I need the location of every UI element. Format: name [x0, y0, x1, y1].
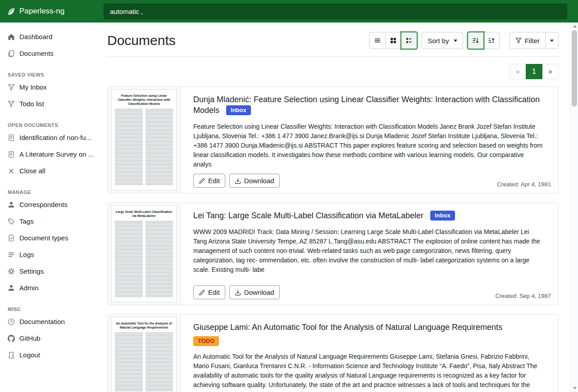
house-icon — [8, 33, 15, 41]
detail-view-button[interactable] — [401, 32, 417, 49]
download-button[interactable]: Download — [229, 285, 280, 299]
document-excerpt: WWW 2009 MADRID! Track: Data Mining / Se… — [193, 227, 551, 275]
document-card: An Automatic Tool for the Analysis of Na… — [107, 314, 559, 392]
document-thumbnail[interactable]: Feature Selection using Linear Classifie… — [108, 87, 181, 193]
main-content: Documents Sort by — [96, 23, 570, 392]
pencil-icon — [199, 178, 205, 184]
thumbnail-page-title: An Automatic Tool for the Analysis of Na… — [114, 321, 173, 329]
view-toggle-group — [369, 32, 417, 49]
filter-button[interactable]: Filter — [510, 32, 546, 49]
app-brand-link[interactable]: Paperless-ng — [0, 7, 96, 16]
sidebar-item-close-all[interactable]: Close all — [0, 162, 96, 179]
document-title: Dunja Mladenić: Feature Selection using … — [193, 94, 551, 116]
sidebar-section-saved-views: SAVED VIEWS — [8, 72, 88, 77]
door-icon — [8, 351, 15, 359]
sort-by-button[interactable]: Sort by — [422, 32, 463, 49]
sidebar: Dashboard Documents SAVED VIEWS My Inbox… — [0, 23, 96, 392]
header-divider — [107, 56, 559, 57]
thumbnail-text-lines — [114, 221, 173, 298]
detail-view-icon — [405, 37, 413, 44]
tag-badge[interactable]: Inbox — [430, 211, 455, 221]
sidebar-item-logs[interactable]: Logs — [0, 246, 96, 263]
document-actions: Edit Download — [193, 174, 280, 188]
sidebar-item-label: Dashboard — [19, 33, 52, 41]
sidebar-item-document-types[interactable]: Document types — [0, 230, 96, 246]
sort-ascending-icon — [488, 37, 495, 44]
document-title-link[interactable]: Giuseppe Lami: An Automatic Tool for the… — [193, 323, 502, 332]
download-button[interactable]: Download — [229, 174, 280, 188]
sidebar-item-label: Settings — [19, 267, 44, 275]
svg-text:?: ? — [10, 320, 12, 324]
funnel-icon — [515, 37, 522, 44]
edit-button[interactable]: Edit — [193, 285, 225, 299]
sidebar-section-misc: MISC — [8, 306, 88, 312]
scrollbar-down-arrow[interactable] — [571, 384, 578, 392]
document-card-footer: Edit Download Created: Sep 4, 1987 — [193, 281, 551, 299]
document-actions: Edit Download — [193, 285, 280, 299]
document-excerpt: Feature Selection using Linear Classifie… — [193, 122, 551, 169]
sidebar-item-documents[interactable]: Documents — [0, 45, 96, 62]
sidebar-item-my-inbox[interactable]: My Inbox — [0, 79, 96, 95]
sidebar-item-open-doc-2[interactable]: A Literature Survey on ... — [0, 146, 96, 162]
sidebar-item-logout[interactable]: Logout — [0, 347, 96, 363]
sidebar-item-label: A Literature Survey on ... — [19, 150, 94, 158]
chevron-down-icon — [550, 40, 554, 42]
edit-label: Edit — [208, 177, 220, 185]
sidebar-item-dashboard[interactable]: Dashboard — [0, 28, 96, 45]
page-scrollbar[interactable] — [570, 23, 578, 392]
document-card-footer: Edit Download Created: Apr 4, 1981 — [193, 169, 551, 188]
document-card: Large Scale Multi-Label Classification v… — [107, 203, 559, 305]
search-input[interactable] — [104, 4, 567, 19]
document-title: Lei Tang: Large Scale Multi-Label Classi… — [193, 210, 551, 221]
sidebar-item-tags[interactable]: Tags — [0, 213, 96, 230]
thumbnail-page: Large Scale Multi-Label Classification v… — [111, 205, 177, 302]
sidebar-item-admin[interactable]: Admin — [0, 279, 96, 296]
sidebar-item-settings[interactable]: Settings — [0, 263, 96, 279]
document-excerpt: An Automatic Tool for the Analysis of Na… — [193, 352, 551, 392]
sidebar-item-label: My Inbox — [19, 83, 47, 91]
scrollbar-thumb[interactable] — [572, 30, 577, 107]
edit-button[interactable]: Edit — [193, 174, 225, 188]
download-icon — [235, 289, 241, 296]
document-card-body: Lei Tang: Large Scale Multi-Label Classi… — [181, 203, 558, 305]
document-thumbnail[interactable]: Large Scale Multi-Label Classification v… — [108, 203, 181, 305]
pagination-page-1[interactable]: 1 — [526, 64, 542, 79]
pagination-next[interactable]: » — [542, 64, 559, 79]
brand-name: Paperless-ng — [19, 7, 64, 16]
tag-badge[interactable]: Inbox — [226, 105, 251, 115]
created-date: Created: Apr 4, 1981 — [497, 181, 551, 188]
filter-label: Filter — [525, 37, 540, 45]
sidebar-item-label: Documentation — [19, 318, 65, 325]
sort-ascending-button[interactable] — [483, 32, 500, 49]
sidebar-item-correspondents[interactable]: Correspondents — [0, 196, 96, 213]
sidebar-item-open-doc-1[interactable]: Identification of non-fu... — [0, 129, 96, 146]
chevron-down-icon — [454, 40, 457, 42]
tag-badge[interactable]: TODO — [193, 336, 219, 346]
person-icon — [8, 284, 15, 292]
scrollbar-up-arrow[interactable] — [571, 23, 578, 30]
filter-group: Filter — [510, 32, 559, 49]
sort-descending-icon — [472, 37, 479, 44]
grid-view-button[interactable] — [385, 32, 401, 49]
sidebar-item-github[interactable]: GitHub — [0, 330, 96, 347]
page-header: Documents Sort by — [107, 32, 559, 49]
thumbnail-text-lines — [114, 333, 173, 392]
grid-view-icon — [390, 37, 397, 44]
thumbnail-text-lines — [114, 109, 173, 186]
document-card: Feature Selection using Linear Classifie… — [107, 86, 559, 194]
tag-row: TODO — [193, 336, 551, 346]
sort-descending-button[interactable] — [468, 32, 484, 49]
list-view-button[interactable] — [369, 32, 386, 49]
filter-dropdown-toggle[interactable] — [545, 32, 559, 49]
sidebar-item-label: GitHub — [19, 334, 41, 342]
file-text-icon — [8, 151, 15, 158]
download-label: Download — [244, 288, 274, 296]
document-thumbnail[interactable]: An Automatic Tool for the Analysis of Na… — [108, 315, 181, 392]
sidebar-item-todo-list[interactable]: Todo list — [0, 95, 96, 112]
triangle-down-icon — [573, 387, 577, 389]
pencil-icon — [199, 289, 205, 296]
pagination-prev[interactable]: « — [510, 64, 526, 79]
document-title-link[interactable]: Lei Tang: Large Scale Multi-Label Classi… — [193, 211, 423, 220]
sidebar-item-documentation[interactable]: ? Documentation — [0, 313, 96, 330]
file-check-icon — [8, 234, 15, 242]
